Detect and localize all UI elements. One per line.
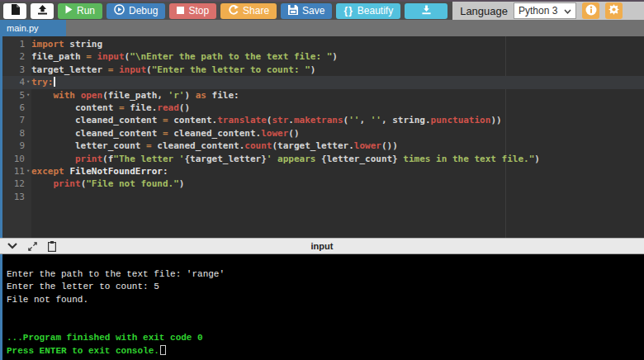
code-text: print(f"The letter '{target_letter}' app… xyxy=(31,153,540,165)
line-number: 9 xyxy=(0,140,25,152)
run-button-label: Run xyxy=(77,5,95,17)
code-lines: 1import string2file_path = input("\nEnte… xyxy=(0,38,644,203)
fold-toggle-icon xyxy=(25,127,31,140)
fold-toggle-icon xyxy=(25,153,31,165)
stop-button-label: Stop xyxy=(188,5,209,17)
tab-bar: main.py xyxy=(0,20,644,36)
tab-main-py[interactable]: main.py xyxy=(0,20,66,36)
run-button[interactable]: Run xyxy=(58,3,102,19)
debug-button[interactable]: Debug xyxy=(107,3,165,19)
code-line[interactable]: 5▾ with open(file_path, 'r') as file: xyxy=(0,89,644,102)
share-button[interactable]: Share xyxy=(220,3,277,19)
console-line: Press ENTER to exit console. xyxy=(7,345,644,358)
code-text: content = file.read() xyxy=(31,102,190,114)
fold-toggle-icon[interactable]: ▾ xyxy=(25,165,31,178)
download-button[interactable] xyxy=(405,3,447,19)
fold-toggle-icon xyxy=(25,50,31,63)
collapse-console-icon[interactable] xyxy=(7,243,17,249)
console-line xyxy=(7,320,644,333)
line-number: 2 xyxy=(0,50,25,63)
fold-toggle-icon xyxy=(25,102,31,114)
new-file-button[interactable] xyxy=(3,3,26,19)
code-line[interactable]: 9 letter_count = cleaned_content.count(t… xyxy=(0,140,644,152)
code-text: print("File not found.") xyxy=(31,178,184,190)
code-text: cleaned_content = cleaned_content.lower(… xyxy=(31,127,300,140)
code-line[interactable]: 2file_path = input("\nEnter the path to … xyxy=(0,50,644,63)
ide-window: Run Debug Stop Share xyxy=(0,0,644,360)
fold-toggle-icon[interactable]: ▾ xyxy=(25,89,31,102)
line-number: 6 xyxy=(0,102,25,114)
info-button[interactable] xyxy=(582,2,599,19)
terminal-cursor xyxy=(160,345,166,355)
stop-button[interactable]: Stop xyxy=(169,3,216,19)
share-button-label: Share xyxy=(243,5,269,17)
code-line[interactable]: 8 cleaned_content = cleaned_content.lowe… xyxy=(0,127,644,140)
line-number: 1 xyxy=(0,38,25,50)
braces-icon: {} xyxy=(343,5,353,17)
toolbar-right: Language Python 3 xyxy=(460,2,623,19)
share-icon xyxy=(228,5,239,17)
language-label: Language xyxy=(460,5,508,17)
line-number: 13 xyxy=(0,191,25,203)
code-line[interactable]: 3target_letter = input("Enter the letter… xyxy=(0,64,644,76)
save-button-label: Save xyxy=(302,5,324,17)
save-icon xyxy=(288,5,298,17)
code-line[interactable]: 12 print("File not found.") xyxy=(0,178,644,190)
code-text: target_letter = input("Enter the letter … xyxy=(31,64,315,76)
line-number: 12 xyxy=(0,178,25,190)
line-number: 5 xyxy=(0,89,25,102)
upload-icon xyxy=(37,4,48,17)
code-text: import string xyxy=(31,38,102,50)
code-text: with open(file_path, 'r') as file: xyxy=(31,89,239,102)
toolbar: Run Debug Stop Share xyxy=(0,0,644,20)
fold-toggle-icon xyxy=(25,178,31,190)
line-number: 11 xyxy=(0,165,25,178)
code-line[interactable]: 13 xyxy=(0,191,644,203)
console-line: Enter the path to the text file: 'range' xyxy=(7,268,644,282)
code-line[interactable]: 4▾try: xyxy=(0,76,644,88)
paste-icon[interactable] xyxy=(48,241,56,252)
language-select[interactable]: Python 3 xyxy=(514,2,576,19)
expand-console-icon[interactable] xyxy=(28,242,37,251)
panel-resize-edge[interactable] xyxy=(0,36,2,238)
info-icon xyxy=(585,4,597,18)
chevron-down-icon xyxy=(564,5,571,17)
save-button[interactable]: Save xyxy=(281,3,332,19)
code-line[interactable]: 6 content = file.read() xyxy=(0,102,644,114)
code-text: letter_count = cleaned_content.count(tar… xyxy=(31,140,398,152)
console-header-title: input xyxy=(0,241,644,251)
code-text: file_path = input("\nEnter the path to t… xyxy=(31,50,338,63)
fold-toggle-icon xyxy=(25,191,31,203)
code-line[interactable]: 7 cleaned_content = content.translate(st… xyxy=(0,114,644,126)
line-number: 7 xyxy=(0,114,25,126)
download-icon xyxy=(421,5,432,17)
play-circle-icon xyxy=(114,4,125,17)
toolbar-button-strip: Run Debug Stop Share xyxy=(0,2,452,20)
code-line[interactable]: 11▾except FileNotFoundError: xyxy=(0,165,644,178)
console-output[interactable]: Enter the path to the text file: 'range'… xyxy=(0,254,644,360)
code-line[interactable]: 10 print(f"The letter '{target_letter}' … xyxy=(0,153,644,165)
stop-icon xyxy=(177,5,184,17)
console-line: Enter the letter to count: 5 xyxy=(7,281,644,294)
code-line[interactable]: 1import string xyxy=(0,38,644,50)
code-text: cleaned_content = content.translate(str.… xyxy=(31,114,502,126)
fold-toggle-icon[interactable]: ▾ xyxy=(25,76,31,88)
fold-toggle-icon xyxy=(25,114,31,126)
upload-button[interactable] xyxy=(31,3,54,19)
settings-button[interactable] xyxy=(605,2,623,19)
gear-icon xyxy=(608,4,619,17)
console-line: File not found. xyxy=(7,294,644,307)
beautify-button[interactable]: {} Beautify xyxy=(336,3,400,19)
console-line xyxy=(7,306,644,320)
language-select-value: Python 3 xyxy=(519,5,557,17)
console-header-icons xyxy=(0,241,56,252)
line-number: 3 xyxy=(0,64,25,76)
fold-toggle-icon xyxy=(25,38,31,50)
console-line: ...Program finished with exit code 0 xyxy=(7,332,644,345)
file-icon xyxy=(11,4,20,17)
beautify-button-label: Beautify xyxy=(358,5,393,17)
console-line xyxy=(7,255,644,268)
code-editor[interactable]: 1import string2file_path = input("\nEnte… xyxy=(0,36,644,238)
code-text: try: xyxy=(31,76,55,88)
play-icon xyxy=(65,5,73,17)
